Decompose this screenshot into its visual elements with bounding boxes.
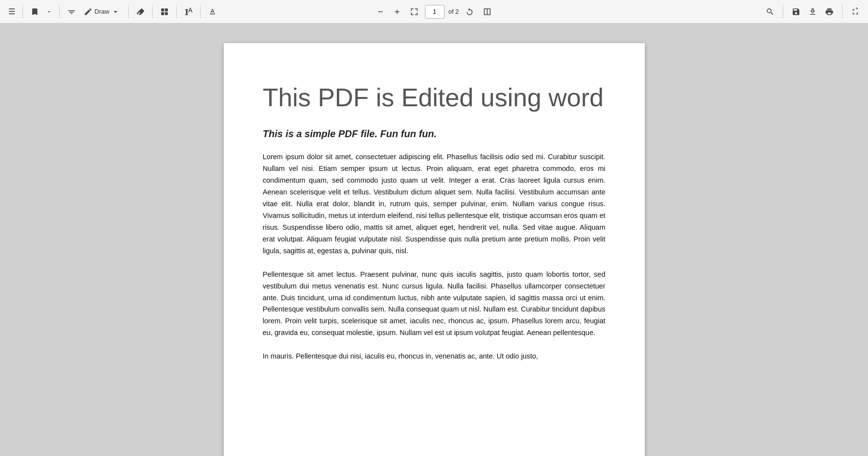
right-tools <box>763 5 862 19</box>
search-icon <box>766 7 774 16</box>
draw-chevron-icon <box>111 7 120 16</box>
fit-page-button[interactable] <box>407 5 421 19</box>
divider-right-1 <box>783 5 783 19</box>
filter-icon <box>67 7 76 16</box>
svg-rect-2 <box>162 12 164 15</box>
zoom-in-icon <box>393 8 401 16</box>
text-size-icon <box>184 7 193 16</box>
draw-icon <box>84 7 93 16</box>
content-area: This PDF is Edited using word This is a … <box>0 24 868 456</box>
divider-3 <box>128 5 129 19</box>
bookmark-button[interactable] <box>28 5 42 19</box>
fit-page-icon <box>410 7 419 16</box>
divider-2 <box>59 5 60 19</box>
zoom-in-button[interactable] <box>391 5 403 18</box>
chevron-down-icon <box>46 9 52 15</box>
divider-6 <box>200 5 201 19</box>
print-icon <box>825 7 834 16</box>
filter-button[interactable] <box>65 5 78 19</box>
fullscreen-button[interactable] <box>848 5 862 19</box>
svg-rect-0 <box>162 8 164 11</box>
search-button[interactable] <box>763 5 777 19</box>
columns-icon <box>483 7 492 16</box>
aa-button[interactable] <box>206 5 219 19</box>
divider-4 <box>152 5 153 19</box>
print-button[interactable] <box>822 5 836 19</box>
toolbar: ☰ Draw <box>0 0 868 24</box>
columns-button[interactable] <box>480 5 494 19</box>
draw-button[interactable]: Draw <box>80 5 123 19</box>
divider-right-2 <box>842 5 843 19</box>
view-button[interactable] <box>158 5 171 19</box>
save-icon <box>792 7 800 16</box>
view-icon <box>160 7 169 16</box>
pdf-page: This PDF is Edited using word This is a … <box>224 43 645 456</box>
left-tools: ☰ Draw <box>6 4 219 19</box>
draw-label: Draw <box>94 8 109 15</box>
document-paragraph-2: Pellentesque sit amet lectus. Praesent p… <box>263 269 606 339</box>
document-title: This PDF is Edited using word <box>263 82 606 113</box>
save-button[interactable] <box>789 5 803 19</box>
svg-rect-3 <box>165 12 168 15</box>
eraser-button[interactable] <box>134 5 147 19</box>
bookmark-dropdown-button[interactable] <box>44 6 54 17</box>
zoom-out-icon <box>376 8 384 16</box>
document-paragraph-3: In mauris. Pellentesque dui nisi, iaculi… <box>263 351 606 362</box>
text-size-button[interactable] <box>182 5 195 19</box>
page-number-input[interactable] <box>425 5 445 19</box>
bookmark-icon <box>30 7 39 16</box>
document-paragraph-1: Lorem ipsum dolor sit amet, consectetuer… <box>263 151 606 257</box>
divider-5 <box>176 5 177 19</box>
menu-button[interactable]: ☰ <box>6 4 18 19</box>
download-button[interactable] <box>806 5 820 19</box>
page-navigation: of 2 <box>374 5 494 19</box>
rotate-icon <box>465 7 474 16</box>
svg-rect-1 <box>165 8 168 11</box>
document-subtitle: This is a simple PDF file. Fun fun fun. <box>263 128 606 140</box>
zoom-out-button[interactable] <box>374 5 387 18</box>
download-icon <box>808 7 817 16</box>
divider-1 <box>23 5 23 19</box>
aa-icon <box>208 7 217 16</box>
menu-icon: ☰ <box>8 7 15 16</box>
eraser-icon <box>136 7 145 16</box>
rotate-button[interactable] <box>463 5 476 19</box>
page-total: of 2 <box>448 8 459 15</box>
fullscreen-icon <box>851 7 860 16</box>
